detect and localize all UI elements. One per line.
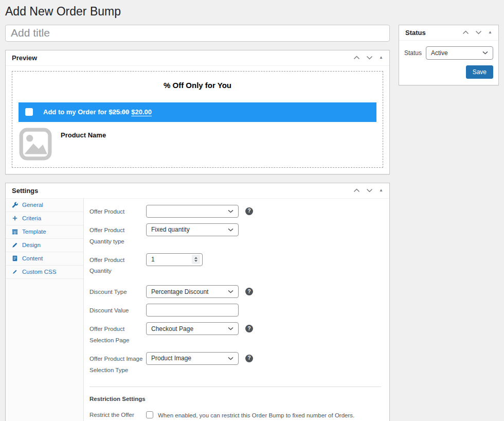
offer-product-select[interactable]	[146, 205, 239, 218]
restriction-description: When enabled, you can restrict this Orde…	[158, 410, 382, 420]
preview-panel: Preview ▲ % Off Only for You	[5, 50, 390, 174]
tab-label: Design	[22, 242, 41, 248]
tab-design[interactable]: Design	[6, 239, 83, 252]
section-divider	[89, 387, 381, 387]
help-icon[interactable]: ?	[245, 288, 253, 295]
save-button[interactable]: Save	[466, 65, 493, 79]
title-input[interactable]	[5, 25, 390, 42]
product-image-placeholder-icon	[19, 127, 52, 161]
help-icon[interactable]: ?	[245, 325, 253, 332]
field-label: Offer Product	[89, 205, 146, 218]
field-discount-type: Discount Type Percentage Discount ?	[89, 285, 382, 298]
field-selection-page: Offer Product Selection Page Checkout Pa…	[89, 322, 382, 346]
field-offer-product: Offer Product ?	[89, 205, 382, 218]
settings-panel-title: Settings	[12, 187, 38, 195]
status-body: Status Active Save	[399, 41, 498, 85]
select-value: Percentage Discount	[151, 288, 208, 295]
chevron-down-icon	[482, 51, 488, 55]
plus-icon	[12, 215, 18, 221]
wrench-icon	[12, 202, 18, 208]
chevron-down-icon	[228, 209, 233, 213]
bump-offer-checkbox[interactable]	[25, 108, 33, 116]
field-label: Offer Product Selection Page	[89, 322, 146, 346]
field-quantity: Offer Product Quantity 1	[89, 253, 382, 277]
move-down-icon[interactable]	[366, 56, 373, 60]
field-label: Offer Product Quantity	[89, 253, 146, 277]
move-up-icon[interactable]	[462, 30, 469, 34]
selection-page-select[interactable]: Checkout Page	[146, 322, 239, 335]
tab-label: Content	[22, 255, 43, 261]
order-bump-preview: % Off Only for You Add to my Order for$2…	[12, 71, 383, 168]
quantity-value: 1	[151, 256, 155, 263]
tab-template[interactable]: Template	[6, 225, 83, 239]
help-icon[interactable]: ?	[245, 207, 253, 215]
sidebar: Status ▲ Status	[399, 25, 499, 85]
help-icon[interactable]: ?	[245, 355, 253, 362]
move-up-icon[interactable]	[353, 56, 360, 60]
field-label: Offer Product Quantity type	[89, 223, 146, 248]
page-title: Add New Order Bump	[5, 0, 499, 25]
main-column: Preview ▲ % Off Only for You	[5, 25, 390, 421]
discount-value-input[interactable]	[146, 304, 239, 317]
settings-content: Offer Product ? Offer Product Quantity t…	[84, 199, 389, 421]
status-select[interactable]: Active	[426, 46, 493, 60]
status-panel: Status ▲ Status	[399, 25, 499, 85]
spinner-icon[interactable]	[192, 255, 200, 264]
edit-icon	[12, 269, 18, 275]
chevron-down-icon	[228, 290, 233, 293]
collapse-panel-icon[interactable]: ▲	[379, 188, 383, 192]
field-label: Offer Product Image Selection Type	[89, 352, 146, 376]
tab-label: Template	[22, 229, 46, 235]
field-quantity-type: Offer Product Quantity type Fixed quanti…	[89, 223, 382, 248]
settings-panel: Settings ▲	[5, 183, 390, 421]
preview-panel-title: Preview	[12, 54, 37, 62]
chevron-down-icon	[228, 327, 233, 330]
field-image-selection-type: Offer Product Image Selection Type Produ…	[89, 352, 382, 376]
preview-panel-header: Preview ▲	[6, 50, 389, 66]
status-panel-header: Status ▲	[399, 25, 498, 41]
status-panel-title: Status	[405, 29, 426, 37]
bump-product-row: Product Name	[19, 127, 376, 161]
select-value: Checkout Page	[151, 325, 193, 332]
restrict-order-count-checkbox[interactable]	[146, 411, 153, 418]
bump-offer-bar: Add to my Order for$25.00$20.00	[19, 102, 376, 122]
tab-content[interactable]: Content	[6, 252, 83, 266]
bump-offer-text: Add to my Order for$25.00$20.00	[43, 108, 152, 116]
table-icon	[12, 229, 18, 235]
move-down-icon[interactable]	[366, 188, 373, 192]
bump-offer-label: Add to my Order for	[43, 108, 107, 116]
move-up-icon[interactable]	[353, 188, 360, 192]
discount-type-select[interactable]: Percentage Discount	[146, 285, 239, 298]
field-discount-value: Discount Value	[89, 304, 382, 317]
quantity-type-select[interactable]: Fixed quantity	[146, 223, 239, 236]
settings-tabs: General Criteria Template Design	[6, 199, 84, 421]
collapse-panel-icon[interactable]: ▲	[379, 56, 383, 60]
chevron-down-icon	[228, 228, 233, 232]
field-label: Discount Value	[89, 304, 146, 317]
restrict-order-count-row: Restrict the Offer based on Order Count …	[89, 410, 382, 421]
field-label: Restrict the Offer based on Order Count	[89, 410, 146, 421]
field-label: Discount Type	[89, 285, 146, 298]
bump-product-name: Product Name	[61, 131, 106, 139]
select-value: Active	[431, 49, 448, 57]
tab-criteria[interactable]: Criteria	[6, 212, 83, 225]
tab-custom-css[interactable]: Custom CSS	[6, 266, 83, 279]
quantity-stepper[interactable]: 1	[146, 253, 203, 266]
status-field-label: Status	[404, 49, 422, 57]
admin-page: Add New Order Bump Preview ▲	[0, 0, 504, 421]
document-icon	[12, 255, 18, 261]
tab-general[interactable]: General	[6, 199, 83, 212]
collapse-panel-icon[interactable]: ▲	[488, 30, 492, 34]
select-value: Product Image	[151, 355, 191, 362]
chevron-down-icon	[228, 357, 233, 360]
tab-label: Custom CSS	[22, 269, 56, 275]
bump-heading: % Off Only for You	[19, 81, 376, 90]
tab-label: Criteria	[22, 215, 41, 221]
restriction-settings-heading: Restriction Settings	[89, 396, 382, 402]
bump-old-price: $25.00	[109, 108, 130, 116]
bump-new-price: $20.00	[131, 108, 152, 116]
preview-body: % Off Only for You Add to my Order for$2…	[6, 66, 389, 174]
pencil-icon	[12, 242, 18, 248]
move-down-icon[interactable]	[475, 30, 482, 34]
image-selection-type-select[interactable]: Product Image	[146, 352, 239, 365]
